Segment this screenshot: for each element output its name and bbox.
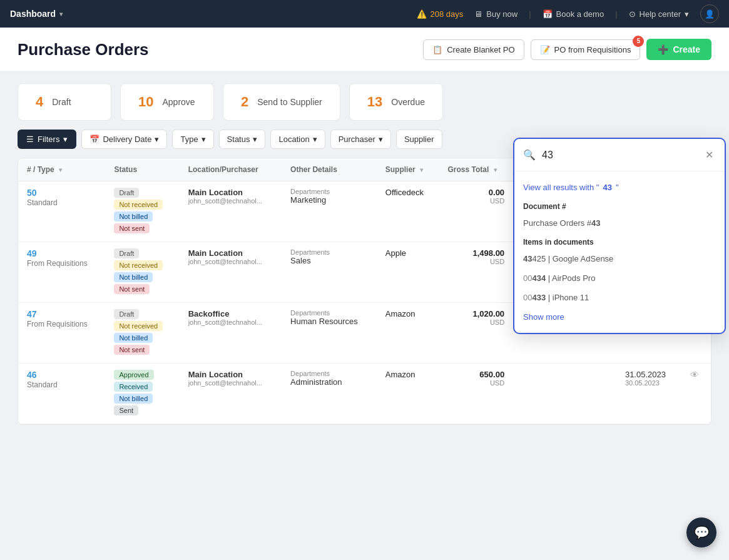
status-badge: Approved [114,370,153,380]
action-cell: 👁 [681,364,711,424]
search-dropdown: 🔍 ✕ View all results with "43" Document … [513,138,726,334]
status-badge: Not received [114,260,163,270]
create-blanket-po-button[interactable]: 📋 Create Blanket PO [423,39,524,60]
dept-label: Departments [290,370,368,377]
dropdown-item-po43[interactable]: Purchase Orders #43 [514,213,725,233]
dropdown-item-00434[interactable]: 00434 | AirPods Pro [514,268,725,288]
location-filter[interactable]: Location ▾ [270,130,325,149]
dept-name: Sales [290,256,368,265]
filter-chevron: ▾ [63,135,68,144]
gross-amount: 0.00 [447,188,504,197]
col-gross-total[interactable]: Gross Total ▾ [439,158,513,181]
status-cell: ApprovedReceivedNot billedSent [105,364,179,424]
dates-cell: 31.05.202330.05.2023 [616,364,681,424]
po-type: From Requisitions [27,320,88,328]
supplier-cell: Amazon [377,303,439,364]
close-search-button[interactable]: ✕ [703,146,716,163]
po-number: 49 [27,248,96,258]
other-details-cell: DepartmentsHuman Resources [282,303,377,364]
po-from-requisitions-button[interactable]: 📝 PO from Requisitions 5 [531,39,641,60]
show-more-link[interactable]: Show more [514,307,725,327]
location-cell: Main Locationjohn_scott@technahol... [180,364,282,424]
book-demo-button[interactable]: 📅 Book a demo [543,9,604,19]
search-input[interactable] [542,150,696,161]
create-icon: ➕ [658,44,668,54]
status-cell: DraftNot receivedNot billedNot sent [105,303,179,364]
other-details-cell: DepartmentsSales [282,242,377,303]
items-section-title: Items in documents [514,233,725,249]
view-icon[interactable]: 👁 [690,370,699,380]
dropdown-item-00433[interactable]: 00433 | iPhone 11 [514,288,725,307]
gross-total-cell: 1,498.00USD [439,242,513,303]
status-chevron: ▾ [253,135,257,144]
stat-send-supplier[interactable]: 2 Send to Supplier [223,83,340,121]
type-filter[interactable]: Type ▾ [172,130,213,149]
gross-amount: 1,498.00 [447,248,504,258]
location-name: Main Location [188,370,273,379]
status-badge: Received [114,382,153,392]
help-center-button[interactable]: ⊙ Help center ▾ [629,9,689,19]
search-dropdown-header: 🔍 ✕ [514,139,725,171]
dept-label: Departments [290,188,368,195]
status-badge: Not billed [114,272,153,282]
stat-draft-label: Draft [52,97,71,107]
filters-button[interactable]: ☰ Filters ▾ [18,130,76,149]
view-all-results-link[interactable]: View all results with "43" [514,178,725,197]
location-cell: Main Locationjohn_scott@technahol... [180,242,282,303]
document-section-title: Document # [514,197,725,213]
gross-currency: USD [447,379,504,387]
other-details-cell: DepartmentsMarketing [282,181,377,242]
supplier-filter[interactable]: Supplier [396,130,442,149]
top-navigation: Dashboard ▾ ⚠️ 208 days 🖥 Buy now | 📅 Bo… [0,0,729,28]
table-row[interactable]: 46StandardApprovedReceivedNot billedSent… [18,364,711,424]
purchaser-email: john_scott@technahol... [188,379,273,387]
col-other-details: Other Details [282,158,377,181]
page-header: Purchase Orders 📋 Create Blanket PO 📝 PO… [0,28,729,72]
supplier-cell: Officedeck [377,181,439,242]
status-badge: Not billed [114,211,153,221]
purchaser-filter[interactable]: Purchaser ▾ [330,130,391,149]
other-details-cell: DepartmentsAdministration [282,364,377,424]
help-icon: ⊙ [629,9,636,19]
status-cell: DraftNot receivedNot billedNot sent [105,181,179,242]
blanket-po-icon: 📋 [432,45,442,54]
stat-send-number: 2 [241,94,248,110]
status-badge: Sent [114,405,138,415]
col-number-type[interactable]: # / Type ▾ [18,158,105,181]
gross-currency: USD [447,258,504,265]
stat-overdue[interactable]: 13 Overdue [349,83,443,121]
po-number: 46 [27,370,96,380]
status-badge: Not sent [114,284,150,294]
stat-overdue-label: Overdue [391,97,425,107]
col-supplier[interactable]: Supplier ▾ [377,158,439,181]
search-dropdown-body: View all results with "43" Document # Pu… [514,171,725,333]
dd-chevron: ▾ [155,135,159,144]
create-button[interactable]: ➕ Create [646,39,711,60]
buy-icon: 🖥 [474,9,482,19]
status-badge: Not received [114,321,163,331]
location-name: Main Location [188,248,273,258]
col-location-purchaser: Location/Purchaser [180,158,282,181]
stat-overdue-number: 13 [367,94,382,110]
status-badge: Draft [114,248,139,258]
type-chevron: ▾ [201,135,206,144]
user-icon: 👤 [705,9,715,19]
status-filter[interactable]: Status ▾ [219,130,266,149]
supplier-cell: Amazon [377,364,439,424]
gross-amount: 1,020.00 [447,309,504,318]
stat-draft[interactable]: 4 Draft [18,83,111,121]
buy-now-button[interactable]: 🖥 Buy now [474,9,517,19]
status-badge: Not received [114,200,163,210]
trial-alert[interactable]: ⚠️ 208 days [417,9,463,19]
brand-logo[interactable]: Dashboard ▾ [10,9,63,19]
delivery-date-filter[interactable]: 📅 Delivery Date ▾ [81,130,167,149]
location-cell: Main Locationjohn_scott@technahol... [180,181,282,242]
calendar-icon: 📅 [89,135,99,144]
dropdown-item-43425[interactable]: 43425 | Google AdSense [514,249,725,268]
po-type: Standard [27,198,58,207]
status-badge: Not billed [114,333,153,343]
user-menu-button[interactable]: 👤 [700,4,719,23]
related-docs-cell [513,364,616,424]
warning-icon: ⚠️ [417,9,427,19]
stat-approve[interactable]: 10 Approve [120,83,214,121]
